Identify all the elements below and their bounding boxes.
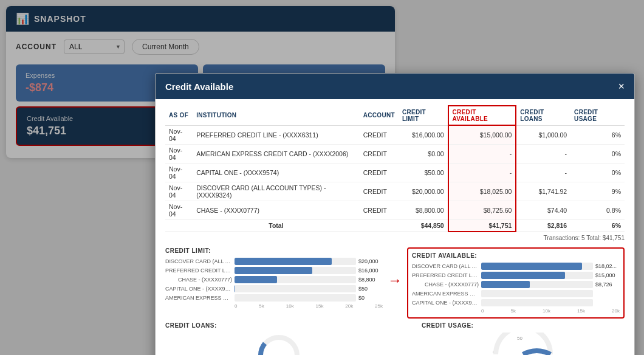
credit-available-modal: Credit Available × AS OF INSTITUTION ACC…: [155, 73, 635, 355]
modal-title: Credit Available: [165, 81, 233, 92]
cell-institution: DISCOVER CARD (ALL ACCOUNT TYPES) - (XXX…: [193, 182, 360, 201]
cell-total-empty2: [360, 219, 399, 232]
arrow-area: →: [388, 247, 402, 289]
bar-label: AMERICAN EXPRESS CRED...: [165, 295, 232, 301]
bar-row: AMERICAN EXPRESS CRED...: [412, 290, 620, 297]
cell-available: -: [448, 144, 516, 163]
table-row: Nov-04 PREFERRED CREDIT LINE - (XXXX6311…: [165, 125, 625, 144]
credit-loans-chart-title: CREDIT LOANS:: [165, 322, 392, 329]
cell-loans: $1,741.92: [516, 182, 570, 201]
bar-chart-axis: 0 5k 10k 15k 20k: [481, 308, 620, 314]
cell-account: CREDIT: [360, 182, 399, 201]
cell-total-empty: [165, 219, 193, 232]
col-header-credit-usage: CREDIT USAGE: [570, 106, 625, 125]
bar-fill: [481, 272, 565, 279]
axis-label: 20k: [345, 303, 353, 309]
axis-label: 5k: [259, 303, 264, 309]
bar-chart-axis: 0 5k 10k 15k 20k 25k: [235, 303, 383, 309]
bar-container: [481, 272, 593, 279]
axis-label: 25k: [375, 303, 383, 309]
bar-container: [481, 290, 593, 297]
cell-total-label: Total: [193, 219, 360, 232]
cell-total-available: $41,751: [448, 219, 516, 232]
cell-date: Nov-04: [165, 125, 193, 144]
cell-loans: -: [516, 144, 570, 163]
col-header-account: ACCOUNT: [360, 106, 399, 125]
transactions-info: Transactions: 5 Total: $41,751: [544, 235, 625, 241]
credit-usage-section: CREDIT USAGE: 40 50 60: [397, 322, 625, 356]
bar-value: $16,000: [358, 267, 383, 274]
cell-date: Nov-04: [165, 163, 193, 182]
bar-fill: [481, 281, 530, 288]
col-header-credit-loans: CREDIT LOANS: [516, 106, 570, 125]
credit-limit-chart: CREDIT LIMIT: DISCOVER CARD (ALL ACC... …: [165, 247, 383, 309]
cell-institution: CHASE - (XXXX0777): [193, 201, 360, 219]
bar-container: [235, 258, 356, 265]
bar-value: $20,000: [358, 258, 383, 264]
bar-label: AMERICAN EXPRESS CRED...: [412, 291, 479, 297]
bar-row: DISCOVER CARD (ALL ACC... $20,000: [165, 258, 383, 265]
cell-date: Nov-04: [165, 201, 193, 219]
cell-limit: $50.00: [399, 163, 448, 182]
bar-label: CHASE - (XXXX0777): [165, 277, 232, 283]
bottom-charts-row: CREDIT LOANS: 2.64 % CREDIT USAGE: 40 50…: [156, 321, 634, 356]
credit-available-chart: CREDIT AVAILABLE: DISCOVER CARD (ALL ACC…: [407, 247, 625, 319]
cell-account: CREDIT: [360, 201, 399, 219]
bar-fill: [481, 263, 582, 270]
bar-label: CAPITAL ONE - (XXXX9574): [412, 300, 479, 306]
bar-row: PREFERRED CREDIT LINE -... $16,000: [165, 267, 383, 274]
credit-limit-title: CREDIT LIMIT:: [165, 247, 383, 254]
arrow-icon: →: [388, 272, 402, 289]
table-row: Nov-04 AMERICAN EXPRESS CREDIT CARD - (X…: [165, 144, 625, 163]
charts-row: CREDIT LIMIT: DISCOVER CARD (ALL ACC... …: [156, 244, 634, 321]
bar-container: [235, 285, 356, 292]
cell-account: CREDIT: [360, 163, 399, 182]
bar-container: [235, 294, 356, 302]
cell-loans: $74.40: [516, 201, 570, 219]
axis-label: 15k: [315, 303, 323, 309]
modal-table-section: AS OF INSTITUTION ACCOUNT CREDIT LIMIT C…: [156, 99, 634, 232]
table-row: Nov-04 DISCOVER CARD (ALL ACCOUNT TYPES)…: [165, 182, 625, 201]
table-row: Nov-04 CAPITAL ONE - (XXXX9574) CREDIT $…: [165, 163, 625, 182]
cell-available: -: [448, 163, 516, 182]
bar-row: CHASE - (XXXX0777) $8,726: [412, 281, 620, 288]
cell-loans: $1,000.00: [516, 125, 570, 144]
svg-text:50: 50: [517, 336, 522, 341]
cell-total-loans: $2,816: [516, 219, 570, 232]
cell-limit: $0.00: [399, 144, 448, 163]
modal-close-button[interactable]: ×: [618, 81, 625, 92]
cell-usage: 6%: [570, 125, 625, 144]
cell-usage: 0.8%: [570, 201, 625, 219]
credit-usage-donut: 40 50 60: [422, 333, 625, 356]
bar-row: CHASE - (XXXX0777) $8,800: [165, 276, 383, 283]
axis-label: 0: [235, 303, 237, 309]
axis-label: 20k: [612, 308, 620, 314]
bar-container: [481, 263, 593, 270]
cell-available: $8,725.60: [448, 201, 516, 219]
cell-account: CREDIT: [360, 144, 399, 163]
col-header-credit-available: CREDIT AVAILABLE: [448, 106, 516, 125]
bar-value: $0: [358, 295, 383, 301]
col-header-credit-limit: CREDIT LIMIT: [399, 106, 448, 125]
bar-fill: [235, 276, 277, 283]
bar-row: DISCOVER CARD (ALL ACC... $18,02...: [412, 263, 620, 270]
cell-loans: -: [516, 163, 570, 182]
credit-available-chart-wrap: CREDIT AVAILABLE: DISCOVER CARD (ALL ACC…: [407, 247, 625, 319]
cell-total-limit: $44,850: [399, 219, 448, 232]
col-header-institution: INSTITUTION: [193, 106, 360, 125]
axis-label: 0: [481, 308, 484, 314]
axis-label: 5k: [511, 308, 516, 314]
cell-limit: $20,000.00: [399, 182, 448, 201]
transactions-bar: Transactions: 5 Total: $41,751: [156, 232, 634, 244]
cell-available: $18,025.00: [448, 182, 516, 201]
bar-fill: [235, 258, 332, 265]
bar-row: AMERICAN EXPRESS CRED... $0: [165, 294, 383, 302]
bar-container: [481, 299, 593, 306]
bar-row: CAPITAL ONE - (XXXX9574) $50: [165, 285, 383, 292]
axis-label: 10k: [286, 303, 294, 309]
credit-loans-section: CREDIT LOANS: 2.64 %: [165, 322, 392, 356]
table-row: Nov-04 CHASE - (XXXX0777) CREDIT $8,800.…: [165, 201, 625, 219]
cell-limit: $8,800.00: [399, 201, 448, 219]
bar-value: $8,800: [358, 277, 383, 283]
cell-usage: 9%: [570, 182, 625, 201]
